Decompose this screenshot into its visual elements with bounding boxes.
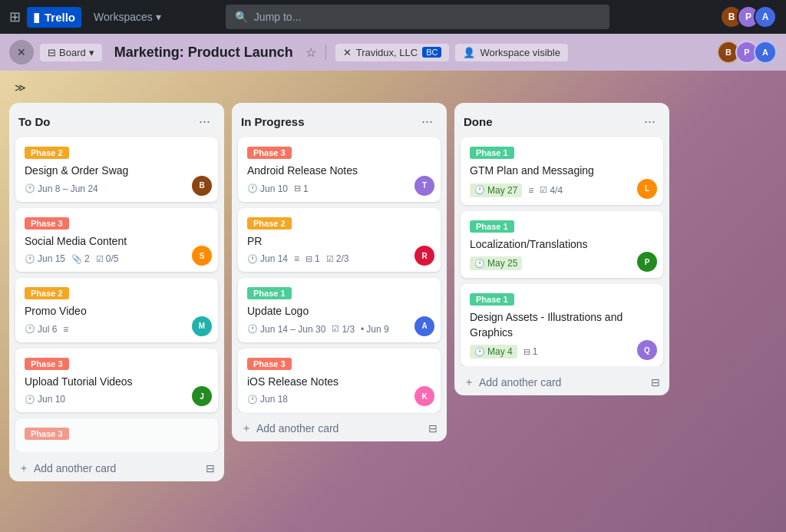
card-meta: 🕐 May 27 ≡ ☑ 4/4 [470, 183, 654, 197]
workspace-visible-button[interactable]: 👤 Workspace visible [455, 44, 568, 61]
trello-label: Trello [45, 11, 75, 24]
workspace-button[interactable]: ✕ Travidux, LLC BC [335, 44, 450, 61]
card-meta: 🕐 Jun 10 ⊟ 1 [247, 183, 431, 194]
card-ios-release[interactable]: Phase 3 iOS Release Notes 🕐 Jun 18 K [238, 349, 441, 413]
board-header: ✕ ⊟ Board ▾ Marketing: Product Launch ☆ … [0, 34, 786, 71]
card-android-release[interactable]: Phase 3 Android Release Notes 🕐 Jun 10 ⊟… [238, 137, 441, 202]
checklist-count: ☑ 2/3 [326, 253, 349, 264]
board-view-button[interactable]: ⊟ Board ▾ [40, 44, 102, 61]
card-label: Phase 3 [247, 147, 292, 159]
card-label: Phase 3 [25, 428, 69, 440]
card-avatar: M [192, 316, 212, 336]
card-date: 🕐 May 25 [470, 256, 522, 270]
attachment-count: ⊟ 1 [523, 346, 538, 357]
back-button[interactable]: ✕ [9, 40, 34, 64]
list-menu-button-inprogress[interactable]: ··· [417, 112, 438, 131]
card-date: 🕐 Jun 14 [247, 253, 288, 264]
card-promo-video[interactable]: Phase 2 Promo Video 🕐 Jul 6 ≡ M [15, 278, 218, 342]
card-meta: 🕐 Jun 14 – Jun 30 ☑ 1/3 • Jun 9 [247, 324, 431, 335]
description-icon: ≡ [63, 324, 68, 335]
member-avatar[interactable]: A [754, 41, 777, 64]
chevron-down-icon: ▾ [89, 47, 94, 58]
card-label: Phase 2 [25, 147, 69, 159]
checklist-count: ☑ 4/4 [540, 185, 563, 196]
add-card-button-inprogress[interactable]: ＋ Add another card ⊟ [232, 415, 447, 441]
card-avatar: P [637, 252, 657, 272]
card-title: Android Release Notes [247, 164, 431, 179]
user-avatars: B P A [720, 5, 777, 28]
cards-inprogress: Phase 3 Android Release Notes 🕐 Jun 10 ⊟… [232, 137, 447, 412]
search-input[interactable] [254, 11, 600, 23]
card-date: 🕐 Jun 18 [247, 394, 288, 405]
card-meta: 🕐 Jun 18 [247, 394, 431, 405]
clock-icon: 🕐 [247, 183, 258, 193]
card-design-assets[interactable]: Phase 1 Design Assets - Illustrations an… [461, 284, 663, 366]
workspaces-button[interactable]: Workspaces ▾ [88, 8, 167, 26]
card-title: PR [247, 234, 431, 249]
list-done: Done ··· Phase 1 GTM Plan and Messaging … [454, 103, 669, 395]
clock-icon: 🕐 [247, 395, 258, 405]
description-item: ≡ [294, 253, 299, 264]
card-avatar: Q [637, 340, 657, 360]
lists-container: To Do ··· Phase 2 Design & Order Swag 🕐 … [9, 103, 777, 481]
checklist-count: ☑ 1/3 [332, 324, 355, 335]
card-avatar: R [414, 246, 434, 266]
template-icon: ⊟ [428, 422, 438, 435]
list-title-todo: To Do [18, 115, 50, 128]
card-meta: 🕐 Jul 6 ≡ [25, 324, 209, 335]
attachment-icon: ⊟ [294, 183, 301, 193]
card-meta: 🕐 May 4 ⊟ 1 [470, 345, 654, 359]
card-label: Phase 3 [247, 358, 292, 370]
search-bar[interactable]: 🔍 [226, 5, 609, 29]
trello-icon: ▮ [33, 10, 40, 25]
card-label: Phase 1 [470, 293, 514, 306]
card-label: Phase 2 [247, 217, 292, 230]
card-date: 🕐 Jul 6 [25, 324, 57, 335]
expand-button[interactable]: ≫ [9, 78, 31, 97]
card-title: iOS Release Notes [247, 375, 431, 390]
clock-icon: 🕐 [474, 259, 485, 269]
list-title-done: Done [464, 115, 493, 128]
attachment-count: 📎 2 [71, 253, 90, 264]
card-title: Update Logo [247, 304, 431, 319]
list-header-done: Done ··· [454, 103, 669, 137]
list-menu-button-todo[interactable]: ··· [194, 112, 215, 131]
card-title: Design Assets - Illustrations and Graphi… [470, 310, 654, 340]
card-meta: 🕐 Jun 8 – Jun 24 [25, 183, 209, 194]
card-avatar: B [192, 176, 212, 196]
card-date: 🕐 Jun 8 – Jun 24 [25, 183, 98, 194]
grid-icon[interactable]: ⊞ [9, 8, 21, 25]
checklist-count: ☑ 0/5 [96, 253, 119, 264]
extra-date: • Jun 9 [361, 324, 389, 335]
card-date: 🕐 Jun 10 [247, 183, 288, 194]
card-social-media[interactable]: Phase 3 Social Media Content 🕐 Jun 15 📎 … [15, 208, 218, 273]
card-title: Upload Tutorial Videos [25, 375, 209, 390]
list-todo: To Do ··· Phase 2 Design & Order Swag 🕐 … [9, 103, 224, 481]
attachment-count: ⊟ 1 [305, 253, 320, 264]
card-title: Promo Video [25, 304, 209, 319]
card-update-logo[interactable]: Phase 1 Update Logo 🕐 Jun 14 – Jun 30 ☑ … [238, 278, 441, 342]
list-menu-button-done[interactable]: ··· [639, 112, 660, 131]
card-pr[interactable]: Phase 2 PR 🕐 Jun 14 ≡ ⊟ 1 [238, 208, 441, 273]
card-partial[interactable]: Phase 3 [15, 418, 218, 452]
star-button[interactable]: ☆ [305, 45, 316, 60]
card-localization[interactable]: Phase 1 Localization/Translations 🕐 May … [461, 211, 663, 279]
clock-icon: 🕐 [247, 324, 258, 334]
clock-icon: 🕐 [247, 254, 258, 264]
plus-icon: ＋ [464, 375, 474, 389]
checklist-icon: ☑ [326, 254, 334, 264]
card-avatar: K [414, 386, 434, 406]
card-meta: 🕐 Jun 14 ≡ ⊟ 1 ☑ 2/3 [247, 253, 431, 264]
clock-icon: 🕐 [474, 185, 485, 195]
card-title: Social Media Content [25, 234, 209, 249]
card-gtm-plan[interactable]: Phase 1 GTM Plan and Messaging 🕐 May 27 … [461, 137, 663, 205]
card-label: Phase 3 [25, 217, 69, 230]
template-icon: ⊟ [206, 462, 215, 474]
trello-logo[interactable]: ▮ Trello [27, 7, 81, 28]
card-date: 🕐 Jun 10 [25, 394, 65, 405]
add-card-button-todo[interactable]: ＋ Add another card ⊟ [9, 455, 224, 481]
add-card-button-done[interactable]: ＋ Add another card ⊟ [454, 369, 669, 395]
card-date: 🕐 Jun 14 – Jun 30 [247, 324, 325, 335]
card-design-swag[interactable]: Phase 2 Design & Order Swag 🕐 Jun 8 – Ju… [15, 137, 218, 202]
card-tutorial-videos[interactable]: Phase 3 Upload Tutorial Videos 🕐 Jun 10 … [15, 349, 218, 413]
